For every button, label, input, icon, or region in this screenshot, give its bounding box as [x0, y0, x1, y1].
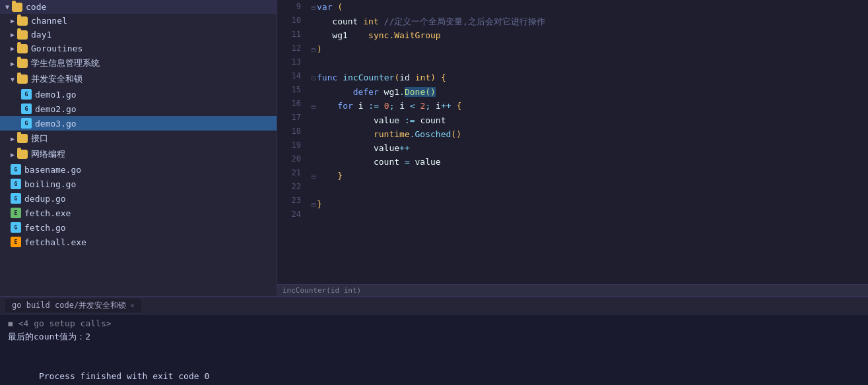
var-count2: count	[420, 115, 446, 125]
line-num-19: 19	[283, 138, 301, 152]
terminal-content: ◼ <4 go setup calls> 最后的count值为：2 Proces…	[0, 314, 868, 385]
code-line-9: ⊟var (	[312, 0, 868, 15]
sidebar-item-fetchexe[interactable]: E fetch.exe	[0, 206, 277, 220]
op-assign: :=	[368, 101, 379, 111]
line-num-16: 16	[283, 97, 301, 111]
comment-10: //定义一个全局变量,之后会对它进行操作	[384, 16, 545, 26]
type-waitgroup: sync.WaitGroup	[368, 30, 441, 40]
code-container[interactable]: 9 10 11 12 13 14 15 16 17 18 19 20 21 22…	[277, 0, 868, 284]
fold-icon-23[interactable]: ⊟	[312, 201, 316, 208]
paren-14b: )	[430, 73, 436, 82]
type-int: int	[363, 16, 378, 26]
line-num-24: 24	[283, 208, 301, 222]
sidebar-label-kaifa: 并发安全和锁	[31, 73, 83, 85]
file-icon-boiling: G	[11, 179, 21, 189]
type-int2: int	[415, 73, 430, 82]
file-icon-demo3: G	[21, 118, 32, 129]
dot-18: .	[410, 129, 415, 139]
folder-icon-kaifa	[17, 74, 28, 84]
sidebar-label-boiling: boiling.go	[24, 179, 76, 189]
code-line-12: ⊟)	[312, 42, 868, 57]
code-line-17: value := count	[312, 113, 868, 127]
sidebar-item-demo2[interactable]: G demo2.go	[0, 102, 277, 116]
sidebar-item-dedup[interactable]: G dedup.go	[0, 191, 277, 206]
sidebar-item-wangluo[interactable]: ▶ 网络编程	[0, 146, 277, 162]
var-count3: count	[374, 157, 399, 167]
code-line-22	[312, 183, 868, 197]
sidebar-label-channel: channel	[31, 16, 67, 26]
sidebar-label-jiekou: 接口	[31, 133, 48, 144]
folder-arrow-channel: ▶	[11, 17, 15, 24]
paren-9: (	[337, 2, 343, 12]
var-count: count	[332, 16, 358, 26]
file-icon-fetchgo: G	[11, 222, 21, 233]
sidebar-label-demo2: demo2.go	[35, 104, 77, 114]
folder-arrow-xuesheng: ▶	[11, 60, 15, 67]
sidebar: ▼ code ▶ channel ▶ day1 ▶ Goroutines ▶ 学…	[0, 0, 277, 296]
main-area: ▼ code ▶ channel ▶ day1 ▶ Goroutines ▶ 学…	[0, 0, 868, 296]
terminal-close-button[interactable]: ×	[130, 301, 135, 310]
folder-icon-xuesheng	[17, 59, 28, 68]
sidebar-label-demo3: demo3.go	[35, 119, 77, 129]
sidebar-label-goroutines: Goroutines	[31, 44, 83, 53]
line-num-23: 23	[283, 194, 301, 208]
sidebar-item-basename[interactable]: G basename.go	[0, 162, 277, 177]
sidebar-label-code: code	[26, 2, 46, 12]
pkg-runtime: runtime	[374, 129, 410, 139]
sidebar-label-day1: day1	[31, 30, 51, 40]
fold-icon-21[interactable]: ⊟	[312, 173, 316, 180]
folder-arrow-day1: ▶	[11, 31, 15, 38]
sidebar-item-kaifa[interactable]: ▼ 并发安全和锁	[0, 71, 277, 87]
file-icon-basename: G	[11, 164, 21, 175]
code-line-11: wg1 sync.WaitGroup	[312, 28, 868, 42]
folder-arrow-code: ▼	[5, 3, 9, 11]
sidebar-item-jiekou[interactable]: ▶ 接口	[0, 131, 277, 146]
sidebar-item-demo1[interactable]: G demo1.go	[0, 87, 277, 102]
var-value: value	[374, 115, 399, 125]
var-value2: value	[374, 143, 399, 153]
sidebar-item-fetchallexe[interactable]: E fetchall.exe	[0, 235, 277, 249]
sidebar-item-demo3[interactable]: G demo3.go	[0, 116, 277, 131]
sidebar-item-xuesheng[interactable]: ▶ 学生信息管理系统	[0, 55, 277, 71]
param-id: id	[399, 73, 410, 82]
sidebar-item-goroutines[interactable]: ▶ Goroutines	[0, 42, 277, 55]
folder-arrow-wangluo: ▶	[11, 151, 15, 158]
sidebar-item-code[interactable]: ▼ code	[0, 0, 277, 14]
code-content[interactable]: ⊟var ( count int //定义一个全局变量,之后会对它进行操作 wg…	[309, 0, 868, 284]
line-num-12: 12	[283, 42, 301, 55]
terminal-tab-label: go build code/并发安全和锁	[12, 300, 126, 311]
fold-icon-14[interactable]: ⊟	[312, 74, 316, 82]
sidebar-item-fetchgo[interactable]: G fetch.go	[0, 220, 277, 235]
terminal-line-1: ◼ <4 go setup calls>	[8, 317, 860, 330]
sidebar-label-xuesheng: 学生信息管理系统	[31, 57, 100, 69]
line-num-9: 9	[283, 0, 301, 14]
sidebar-item-channel[interactable]: ▶ channel	[0, 14, 277, 28]
fold-icon-12[interactable]: ⊟	[312, 46, 316, 53]
folder-icon-goroutines	[17, 44, 28, 53]
brace-16: {	[456, 101, 461, 111]
fold-icon-16[interactable]: ⊟	[312, 103, 316, 110]
code-line-24	[312, 212, 868, 225]
file-icon-fetchexe: E	[11, 208, 21, 218]
folder-icon-wangluo	[17, 150, 28, 159]
code-line-14: ⊟func incCounter(id int) {	[312, 71, 868, 85]
sidebar-item-boiling[interactable]: G boiling.go	[0, 177, 277, 191]
line-num-17: 17	[283, 111, 301, 125]
file-icon-fetchallexe: E	[11, 237, 21, 247]
terminal-process-text: Process finished with exit code 0	[39, 371, 209, 381]
dot-15: .	[399, 87, 405, 97]
terminal-tab[interactable]: go build code/并发安全和锁 ×	[5, 299, 141, 312]
folder-icon-day1	[17, 30, 28, 40]
var-wg1: wg1	[332, 30, 347, 40]
fold-icon-9[interactable]: ⊟	[312, 4, 316, 11]
folder-icon-channel	[17, 16, 28, 26]
line-num-15: 15	[283, 83, 301, 97]
file-icon-demo1: G	[21, 89, 32, 100]
sidebar-label-dedup: dedup.go	[24, 194, 66, 204]
op-lt: <	[410, 101, 415, 111]
code-line-18: runtime.Gosched()	[312, 127, 868, 141]
sidebar-item-day1[interactable]: ▶ day1	[0, 28, 277, 42]
var-i2: i	[399, 101, 405, 111]
folder-arrow-jiekou: ▶	[11, 135, 15, 142]
sidebar-label-wangluo: 网络编程	[31, 148, 65, 160]
